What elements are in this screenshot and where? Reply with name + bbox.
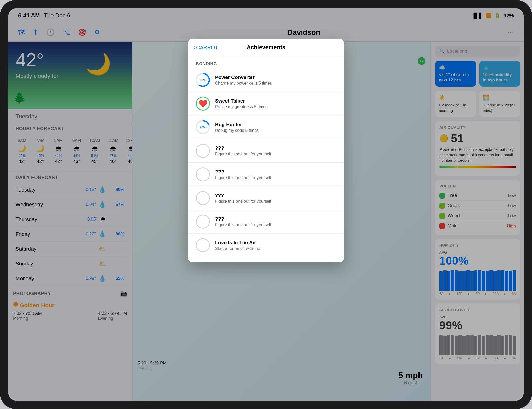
list-item: ??? Figure this one out for yourself: [188, 210, 344, 234]
ipad-screen: 6:41 AM Tue Dec 6 ▐▌▌ 📶 🔋 92% 🗺 ⬆ 🕐 ⌥ 🎯 …: [8, 8, 524, 401]
achievement-name: Power Converter: [215, 74, 336, 80]
list-item: ❤️ Sweet Talker Praise my greatness 5 ti…: [188, 92, 344, 115]
achievement-info: ??? Figure this one out for yourself: [215, 145, 336, 156]
achievement-circle-empty: [196, 215, 210, 229]
achievement-circle-20: 20%: [196, 120, 210, 134]
achievement-desc: Praise my greatness 5 times: [215, 105, 336, 109]
modal-title: Achievements: [247, 44, 285, 51]
achievement-desc: Figure this one out for yourself: [215, 152, 336, 156]
achievement-info: Love Is In The Air Start a romance with …: [215, 240, 336, 251]
achievement-name: ???: [215, 145, 336, 151]
achievement-info: ??? Figure this one out for yourself: [215, 169, 336, 180]
achievement-circle-empty: [196, 144, 210, 158]
achievement-circle-complete: ❤️: [196, 97, 210, 111]
modal-back-label: CARROT: [196, 45, 218, 51]
achievement-info: Bug Hunter Debug my code 5 times: [215, 122, 336, 133]
heart-icon: ❤️: [198, 99, 208, 108]
list-item: 20% Bug Hunter Debug my code 5 times: [188, 115, 344, 139]
list-item: Love Is In The Air Start a romance with …: [188, 234, 344, 257]
achievements-modal: ‹ CARROT Achievements BONDING 60%: [188, 39, 344, 262]
achievement-desc: Figure this one out for yourself: [215, 175, 336, 180]
achievement-circle-60: 60%: [196, 73, 210, 87]
achievement-circle-empty: [196, 191, 210, 205]
achievement-info: Sweet Talker Praise my greatness 5 times: [215, 98, 336, 109]
achievement-desc: Figure this one out for yourself: [215, 223, 336, 227]
achievement-info: ??? Figure this one out for yourself: [215, 193, 336, 204]
modal-header: ‹ CARROT Achievements: [188, 39, 344, 56]
ipad-frame: 6:41 AM Tue Dec 6 ▐▌▌ 📶 🔋 92% 🗺 ⬆ 🕐 ⌥ 🎯 …: [0, 0, 532, 409]
achievement-name: Bug Hunter: [215, 122, 336, 127]
achievement-circle-empty: [196, 238, 210, 252]
achievement-info: Power Converter Charge my power cells 5 …: [215, 74, 336, 86]
modal-body: BONDING 60% Power Converter Charge my po…: [188, 56, 344, 262]
progress-label: 60%: [197, 74, 209, 86]
list-item: ??? Figure this one out for yourself: [188, 139, 344, 163]
modal-overlay: ‹ CARROT Achievements BONDING 60%: [8, 8, 524, 401]
achievement-desc: Figure this one out for yourself: [215, 199, 336, 204]
list-item: ??? Figure this one out for yourself: [188, 163, 344, 186]
achievement-name: ???: [215, 216, 336, 222]
achievement-circle-empty: [196, 167, 210, 181]
achievement-info: ??? Figure this one out for yourself: [215, 216, 336, 227]
list-item: ??? Figure this one out for yourself: [188, 186, 344, 210]
bonding-section-label: BONDING: [188, 56, 344, 68]
back-arrow-icon: ‹: [193, 44, 195, 51]
achievement-name: ???: [215, 169, 336, 175]
achievement-name: Sweet Talker: [215, 98, 336, 104]
achievement-name: Love Is In The Air: [215, 240, 336, 246]
achievement-name: ???: [215, 193, 336, 198]
progress-label: 20%: [197, 121, 209, 133]
achievement-desc: Debug my code 5 times: [215, 128, 336, 133]
list-item: 60% Power Converter Charge my power cell…: [188, 68, 344, 92]
achievement-desc: Start a romance with me: [215, 246, 336, 251]
modal-back-button[interactable]: ‹ CARROT: [193, 44, 218, 51]
missions-section-label: MISSIONS: [188, 257, 344, 262]
achievement-desc: Charge my power cells 5 times: [215, 81, 336, 86]
